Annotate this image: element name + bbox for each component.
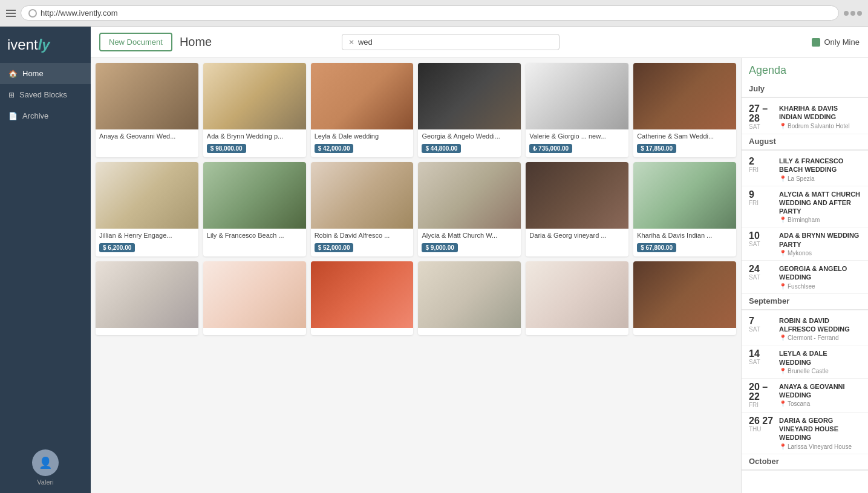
only-mine-toggle[interactable]: Only Mine bbox=[812, 38, 860, 47]
card-title: Robin & David Alfresco ... bbox=[315, 232, 410, 239]
search-input[interactable] bbox=[358, 38, 553, 47]
agenda-event[interactable]: 2FRILILY & FRANCESCO BEACH WEDDING📍 La S… bbox=[742, 153, 868, 186]
card-title: Lily & Francesco Beach ... bbox=[207, 232, 302, 239]
agenda-event[interactable]: 10SATADA & BRYNN WEDDING PARTY📍 Mykonos bbox=[742, 227, 868, 261]
home-icon: 🏠 bbox=[8, 70, 18, 78]
agenda-date: 9FRI bbox=[749, 190, 774, 224]
browser-menu-icon[interactable] bbox=[6, 10, 16, 17]
agenda-event-location: 📍 La Spezia bbox=[779, 175, 861, 182]
card[interactable]: Leyla & Dale wedding$ 42,000.00 bbox=[311, 63, 414, 157]
agenda-date: 20 – 22FRI bbox=[749, 382, 774, 408]
agenda-event-location: 📍 Fuschlsee bbox=[779, 283, 861, 290]
agenda-event[interactable]: 9FRIALYCIA & MATT CHURCH WEDDING AND AFT… bbox=[742, 186, 868, 228]
agenda-event[interactable]: 27 – 28SATKHARIHA & DAVIS INDIAN WEDDING… bbox=[742, 100, 868, 134]
card[interactable]: Georgia & Angelo Weddi...$ 44,800.00 bbox=[418, 63, 521, 157]
card-image bbox=[526, 162, 628, 229]
browser-more-icon[interactable] bbox=[844, 11, 862, 16]
search-clear-icon[interactable]: ✕ bbox=[348, 38, 354, 47]
agenda-date: 24SAT bbox=[749, 264, 774, 290]
card[interactable]: Alycia & Matt Church W...$ 9,000.00 bbox=[418, 162, 521, 256]
search-circle-icon bbox=[28, 9, 37, 18]
card[interactable] bbox=[203, 261, 306, 335]
card[interactable]: Robin & David Alfresco ...$ 52,000.00 bbox=[311, 162, 414, 256]
card-title: Jillian & Henry Engage... bbox=[99, 232, 195, 239]
card[interactable]: Ada & Brynn Wedding p...$ 98,000.00 bbox=[203, 63, 306, 157]
card[interactable] bbox=[633, 261, 736, 335]
card-image bbox=[203, 261, 306, 328]
card-image bbox=[203, 162, 306, 229]
agenda-event-info: LILY & FRANCESCO BEACH WEDDING📍 La Spezi… bbox=[779, 157, 861, 182]
agenda-event-info: ALYCIA & MATT CHURCH WEDDING AND AFTER P… bbox=[779, 190, 861, 224]
agenda-event-name: LEYLA & DALE WEDDING bbox=[779, 349, 861, 367]
agenda-event-location: 📍 Bodrum Salvanto Hotel bbox=[779, 123, 861, 129]
agenda-date: 14SAT bbox=[749, 349, 774, 374]
location-pin-icon: 📍 bbox=[779, 400, 786, 407]
main-area: New Document Home ✕ Only Mine Anaya & Ge… bbox=[91, 27, 868, 493]
card-image bbox=[203, 63, 306, 129]
browser-url: http://www.ivently.com bbox=[41, 8, 118, 18]
card[interactable] bbox=[418, 261, 521, 335]
card-title: Anaya & Geovanni Wed... bbox=[99, 132, 195, 140]
card-title: Daria & Georg vineyard ... bbox=[529, 232, 625, 239]
card-image bbox=[526, 63, 628, 129]
sidebar-item-home[interactable]: 🏠 Home bbox=[0, 63, 91, 84]
header: New Document Home ✕ Only Mine bbox=[91, 27, 868, 58]
card[interactable]: Daria & Georg vineyard ... bbox=[526, 162, 628, 256]
location-pin-icon: 📍 bbox=[779, 443, 786, 450]
card-price-badge: $ 52,000.00 bbox=[315, 243, 354, 252]
agenda-event-info: KHARIHA & DAVIS INDIAN WEDDING📍 Bodrum S… bbox=[779, 104, 861, 130]
agenda-event-info: ADA & BRYNN WEDDING PARTY📍 Mykonos bbox=[779, 231, 861, 256]
agenda-event[interactable]: 7SATROBIN & DAVID ALFRESCO WEDDING📍 Cler… bbox=[742, 313, 868, 346]
sidebar-nav: 🏠 Home ⊞ Saved Blocks 📄 Archive bbox=[0, 63, 91, 442]
agenda-date: 2FRI bbox=[749, 157, 774, 182]
card[interactable]: Jillian & Henry Engage...$ 6,200.00 bbox=[96, 162, 198, 256]
search-bar[interactable]: ✕ bbox=[342, 34, 560, 50]
browser-chrome: http://www.ivently.com bbox=[0, 0, 868, 27]
agenda-event-name: ALYCIA & MATT CHURCH WEDDING AND AFTER P… bbox=[779, 190, 861, 216]
card[interactable]: Valerie & Giorgio ... new...₺ 735,000.00 bbox=[526, 63, 628, 157]
agenda-event-location: 📍 Mykonos bbox=[779, 250, 861, 256]
agenda-event[interactable]: 26 27THUDARIA & GEORG VINEYARD HOUSE WED… bbox=[742, 413, 868, 454]
agenda-event-location: 📍 Clermont - Ferrand bbox=[779, 335, 861, 341]
location-pin-icon: 📍 bbox=[779, 175, 786, 182]
card-title: Khariha & Davis Indian ... bbox=[637, 232, 733, 239]
user-name: Valeri bbox=[37, 478, 53, 486]
agenda-event[interactable]: 14SATLEYLA & DALE WEDDING📍 Brunelle Cast… bbox=[742, 345, 868, 379]
location-pin-icon: 📍 bbox=[779, 250, 786, 256]
agenda-event-name: KHARIHA & DAVIS INDIAN WEDDING bbox=[779, 104, 861, 122]
grid-area: Anaya & Geovanni Wed...Ada & Brynn Weddi… bbox=[91, 58, 741, 493]
agenda-date: 26 27THU bbox=[749, 416, 774, 450]
agenda-month-label: July bbox=[742, 82, 868, 94]
agenda-event-name: ANAYA & GEOVANNI WEDDING bbox=[779, 382, 861, 400]
card[interactable]: Anaya & Geovanni Wed... bbox=[96, 63, 198, 157]
card[interactable]: Lily & Francesco Beach ... bbox=[203, 162, 306, 256]
agenda-event-name: GEORGIA & ANGELO WEDDING bbox=[779, 264, 861, 282]
card[interactable] bbox=[526, 261, 628, 335]
avatar[interactable]: 👤 bbox=[32, 449, 59, 476]
card-price-badge: ₺ 735,000.00 bbox=[529, 144, 572, 153]
card-image bbox=[633, 162, 736, 229]
agenda-month-label: October bbox=[742, 454, 868, 467]
agenda-title: Agenda bbox=[742, 64, 868, 82]
card[interactable]: Catherine & Sam Weddi...$ 17,850.00 bbox=[633, 63, 736, 157]
agenda-event-name: DARIA & GEORG VINEYARD HOUSE WEDDING bbox=[779, 416, 861, 442]
grid-icon: ⊞ bbox=[8, 91, 15, 99]
sidebar-item-archive[interactable]: 📄 Archive bbox=[0, 105, 91, 126]
location-pin-icon: 📍 bbox=[779, 368, 786, 374]
agenda-event-location: 📍 Larissa Vineyard House bbox=[779, 443, 861, 450]
agenda-event-location: 📍 Birmingham bbox=[779, 217, 861, 223]
sidebar-item-saved-blocks[interactable]: ⊞ Saved Blocks bbox=[0, 84, 91, 105]
location-pin-icon: 📍 bbox=[779, 217, 786, 223]
archive-icon: 📄 bbox=[8, 112, 18, 120]
card[interactable]: Khariha & Davis Indian ...$ 67,800.00 bbox=[633, 162, 736, 256]
agenda-event[interactable]: 24SATGEORGIA & ANGELO WEDDING📍 Fuschlsee bbox=[742, 261, 868, 294]
card[interactable] bbox=[311, 261, 414, 335]
card[interactable] bbox=[96, 261, 198, 335]
only-mine-checkbox[interactable] bbox=[812, 38, 820, 47]
browser-address-bar[interactable]: http://www.ivently.com bbox=[21, 5, 839, 21]
agenda-event-location: 📍 Brunelle Castle bbox=[779, 368, 861, 374]
agenda-month-label: August bbox=[742, 134, 868, 147]
agenda-event[interactable]: 20 – 22FRIANAYA & GEOVANNI WEDDING📍 Tosc… bbox=[742, 379, 868, 413]
sidebar-footer: 👤 Valeri bbox=[0, 442, 91, 493]
new-document-button[interactable]: New Document bbox=[99, 33, 172, 51]
